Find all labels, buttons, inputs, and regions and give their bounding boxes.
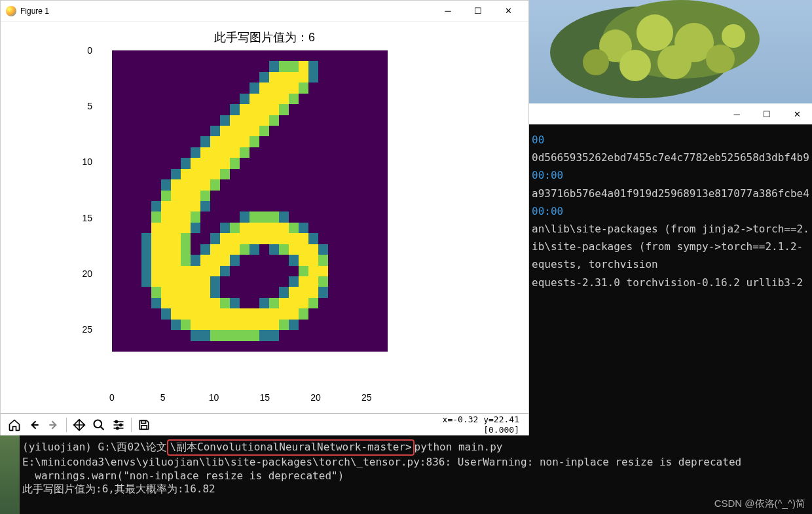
plot-canvas[interactable]: 此手写图片值为：6 0510152025 0510152025 [1,22,528,413]
svg-point-8 [583,49,609,75]
svg-point-10 [94,420,102,428]
background-terminal: 000d5665935262ebd7455c7e4c7782eb525658d3… [529,124,812,435]
toolbar-separator [131,418,132,432]
minimize-button[interactable]: ─ [433,1,463,21]
wallpaper-tree [537,0,786,105]
cursor-coordinates: x=-0.32 y=22.41 [0.000] [443,414,525,435]
close-button[interactable]: ✕ [493,1,523,21]
background-window-titlebar: ─ ☐ ✕ [529,103,812,124]
svg-point-5 [706,45,735,73]
heatmap-image [112,50,387,352]
home-icon[interactable] [5,416,24,434]
wallpaper-strip [0,435,20,514]
matplotlib-toolbar: x=-0.32 y=22.41 [0.000] [1,413,528,435]
svg-point-3 [637,14,673,51]
svg-point-7 [657,45,692,79]
svg-point-6 [619,50,651,81]
zoom-icon[interactable] [89,416,109,434]
svg-rect-15 [141,425,147,429]
svg-point-13 [117,427,119,429]
svg-point-9 [722,24,745,48]
save-icon[interactable] [134,416,154,434]
toolbar-separator [66,418,67,432]
svg-rect-14 [141,420,146,423]
plot-title: 此手写图片值为：6 [1,29,528,45]
axes: 0510152025 0510152025 [112,50,413,378]
matplotlib-icon [6,6,16,16]
maximize-button[interactable]: ☐ [463,1,493,21]
figure-titlebar[interactable]: Figure 1 ─ ☐ ✕ [1,1,528,22]
forward-icon[interactable] [44,416,64,434]
figure-window-title: Figure 1 [20,7,433,16]
svg-point-12 [120,424,122,426]
svg-point-11 [115,420,117,422]
bgwin-maximize-button[interactable]: ☐ [752,105,782,123]
bgwin-minimize-button[interactable]: ─ [722,105,752,123]
matplotlib-figure-window: Figure 1 ─ ☐ ✕ 此手写图片值为：6 0510152025 0510… [0,0,529,435]
pan-icon[interactable] [69,416,89,434]
configure-icon[interactable] [109,416,128,434]
foreground-terminal[interactable]: (yiluojian) G:\西02\论文\副本ConvolutionalNeu… [20,435,812,514]
csdn-watermark: CSDN @依洛(^_^)简 [714,498,805,510]
back-icon[interactable] [24,416,44,434]
bgwin-close-button[interactable]: ✕ [782,105,812,123]
